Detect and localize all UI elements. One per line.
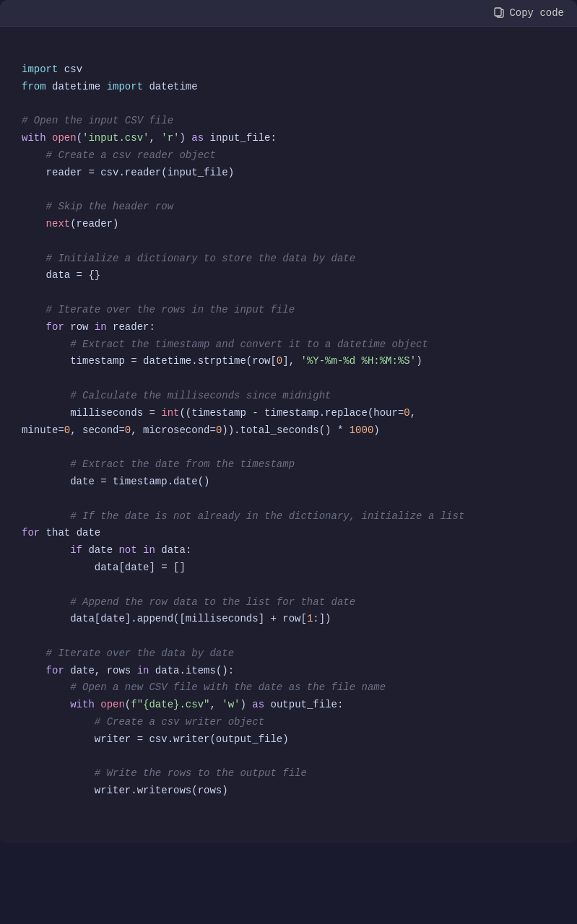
code-editor: import csv from datetime import datetime…	[0, 27, 577, 843]
comment-14: # Write the rows to the output file	[95, 767, 307, 779]
string-4: f"{date}.csv"	[131, 699, 209, 710]
keyword-from: from	[22, 81, 46, 92]
keyword-for2-inline: for	[22, 527, 40, 539]
keyword-as2: as	[252, 699, 264, 710]
comment-2: # Create a csv reader object	[46, 149, 216, 161]
copy-code-button[interactable]: Copy code	[493, 7, 564, 19]
comment-11: # Iterate over the data by date	[46, 648, 234, 659]
comment-5: # Iterate over the rows in the input fil…	[46, 304, 295, 315]
keyword-as: as	[191, 132, 204, 144]
keyword-int: int	[161, 407, 179, 419]
number-1000: 1000	[350, 424, 374, 436]
comment-13: # Create a csv writer object	[95, 716, 264, 728]
comment-6: # Extract the timestamp and convert it t…	[70, 339, 428, 350]
toolbar: Copy code	[0, 0, 577, 27]
number-0d: 0	[125, 424, 131, 436]
keyword-for1: for	[46, 321, 64, 333]
number-0: 0	[277, 355, 282, 367]
comment-12: # Open a new CSV file with the date as t…	[70, 681, 386, 693]
comment-10: # Append the row data to the list for th…	[70, 596, 355, 608]
string-1: 'input.csv'	[82, 132, 149, 144]
comment-1: # Open the input CSV file	[22, 115, 173, 126]
keyword-import: import	[22, 64, 58, 75]
keyword-open2: open	[100, 699, 125, 710]
keyword-in1: in	[95, 321, 107, 333]
string-3: '%Y-%m-%d %H:%M:%S'	[300, 355, 416, 367]
number-0c: 0	[64, 424, 70, 436]
keyword-open: open	[52, 132, 77, 144]
keyword-with2: with	[70, 699, 95, 710]
keyword-not: not	[118, 544, 136, 556]
keyword-in3: in	[137, 665, 149, 676]
clipboard-icon	[493, 7, 505, 19]
comment-7: # Calculate the milliseconds since midni…	[70, 390, 331, 401]
comment-4: # Initialize a dictionary to store the d…	[46, 253, 355, 264]
keyword-import2: import	[107, 81, 143, 92]
string-5: 'w'	[222, 699, 240, 710]
code-container: Copy code import csv from datetime impor…	[0, 0, 577, 843]
comment-9: # If the date is not already in the dict…	[70, 510, 464, 522]
string-2: 'r'	[161, 132, 179, 144]
keyword-with: with	[22, 132, 46, 144]
svg-rect-1	[495, 8, 501, 16]
number-0b: 0	[404, 407, 409, 419]
keyword-if: if	[70, 544, 82, 556]
copy-label: Copy code	[509, 7, 564, 19]
keyword-in2: in	[143, 544, 155, 556]
comment-3: # Skip the header row	[46, 201, 173, 212]
keyword-for3: for	[46, 665, 64, 676]
keyword-next: next	[46, 218, 71, 230]
comment-8: # Extract the date from the timestamp	[70, 458, 295, 470]
